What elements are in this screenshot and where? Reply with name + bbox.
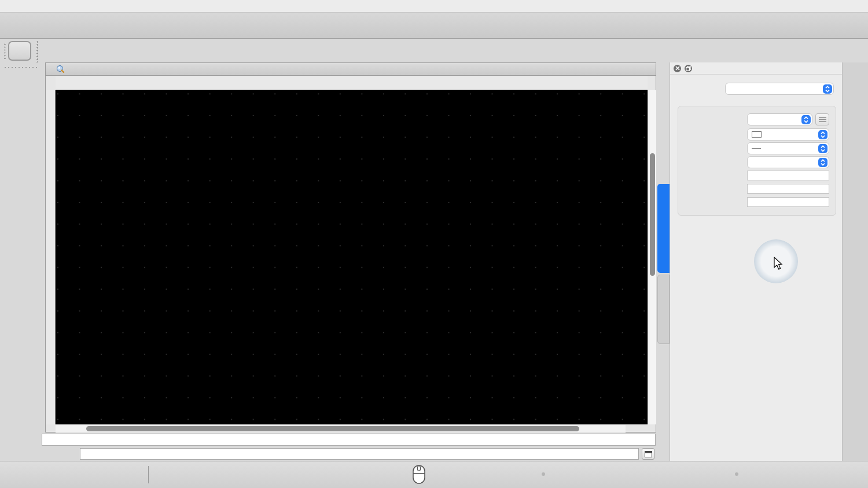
vertical-scrollbar[interactable] (648, 90, 656, 424)
drawing-canvas[interactable] (56, 90, 648, 424)
stepper-icon (818, 130, 827, 139)
vertical-scrollbar-thumb[interactable] (650, 153, 655, 276)
horizontal-scrollbar-thumb[interactable] (86, 426, 579, 431)
layer-dropdown[interactable] (747, 113, 812, 125)
stepper-icon (818, 158, 827, 167)
panel-float-button[interactable] (685, 65, 692, 72)
color-dropdown[interactable] (747, 128, 829, 141)
line-width-dropdown[interactable] (747, 142, 829, 154)
draw-order-field[interactable] (747, 184, 829, 194)
console-window-icon (645, 451, 652, 457)
line-type-dropdown[interactable] (747, 156, 829, 168)
palette-drag-handle[interactable] (3, 66, 37, 69)
selection-dropdown[interactable] (725, 83, 834, 95)
type-scale-field[interactable] (747, 171, 829, 180)
hamburger-icon (819, 117, 826, 122)
stepper-icon (823, 84, 832, 94)
statusbar-separator (148, 466, 149, 483)
mouse-icon (409, 463, 429, 487)
horizontal-scrollbar[interactable] (56, 425, 626, 432)
layer-menu-button[interactable] (815, 113, 829, 125)
main-toolbar (0, 13, 868, 39)
dock-strip (842, 62, 868, 461)
handle-field[interactable] (747, 197, 829, 207)
status-dot (735, 472, 738, 476)
panel-header (670, 62, 842, 75)
toolbar-drag-handle[interactable] (3, 43, 6, 59)
command-console (42, 434, 656, 461)
vertical-ruler (46, 90, 56, 424)
toolbar-separator (36, 40, 39, 62)
document-icon (56, 65, 65, 75)
status-dot (542, 472, 545, 476)
stepper-icon (818, 144, 827, 153)
line-width-icon (752, 147, 761, 150)
command-input[interactable] (80, 448, 639, 460)
stepper-icon (801, 115, 811, 124)
horizontal-ruler (56, 76, 648, 90)
mouse-cursor (774, 257, 784, 273)
command-window-button[interactable] (642, 448, 654, 460)
tab-layer-list[interactable] (657, 275, 670, 344)
menu-bar (0, 0, 868, 13)
selection-tool-button[interactable] (8, 41, 31, 61)
drawing-window (45, 62, 656, 432)
status-bar (0, 461, 868, 488)
drawing-window-titlebar[interactable] (46, 63, 656, 76)
panel-close-button[interactable] (674, 65, 681, 72)
color-swatch-icon (752, 131, 762, 138)
command-history (42, 434, 656, 446)
tab-property-editor[interactable] (657, 184, 670, 273)
